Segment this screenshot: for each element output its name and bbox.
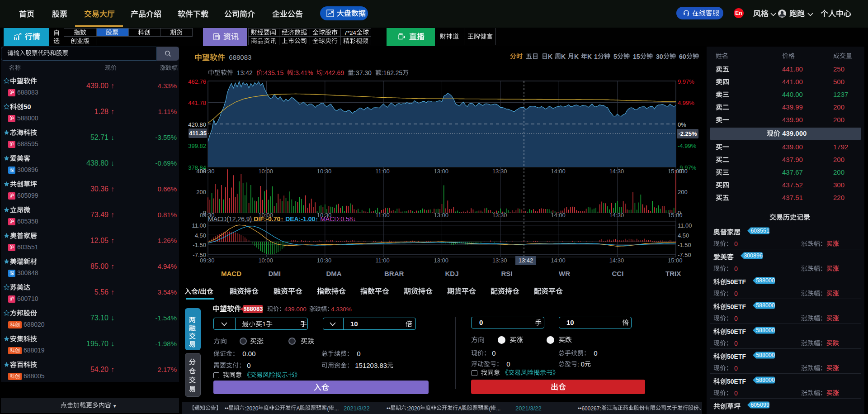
svg-text:588000: 588000 [756,303,775,309]
svg-text:588000: 588000 [756,278,775,284]
svg-text:588000: 588000 [756,377,775,384]
svg-text:588000: 588000 [756,328,775,334]
svg-text:588000: 588000 [756,352,775,359]
svg-text:603551: 603551 [750,228,769,234]
svg-text:300896: 300896 [744,253,763,259]
svg-text:605099: 605099 [750,402,769,409]
